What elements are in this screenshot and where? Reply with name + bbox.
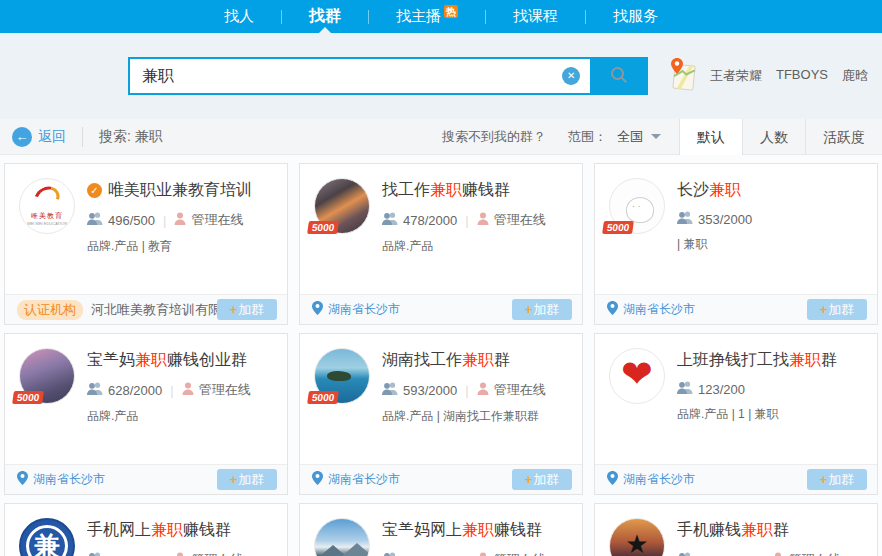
back-button[interactable]: ← 返回 bbox=[12, 127, 66, 147]
group-location[interactable]: 湖南省长沙市 bbox=[607, 471, 695, 489]
group-title[interactable]: 湖南找工作兼职群 bbox=[382, 350, 510, 371]
group-title-part: 手机赚钱 bbox=[677, 521, 741, 538]
location-label: 湖南省长沙市 bbox=[33, 471, 105, 488]
nav-tab[interactable]: 找服务 bbox=[586, 0, 685, 33]
group-tags: 品牌.产品 bbox=[382, 238, 546, 255]
sort-tabs: 默认人数活跃度 bbox=[679, 119, 882, 154]
search-summary: 搜索: 兼职 bbox=[99, 128, 163, 146]
location-label: 湖南省长沙市 bbox=[623, 301, 695, 318]
group-avatar-image bbox=[609, 518, 665, 556]
clear-search-icon[interactable]: ✕ bbox=[562, 67, 580, 85]
group-location[interactable]: 湖南省长沙市 bbox=[607, 301, 695, 319]
group-card: 兼 手机网上兼职赚钱群 bbox=[4, 503, 288, 556]
group-tags: 品牌.产品 | 1 | 兼职 bbox=[677, 406, 837, 423]
group-avatar[interactable]: 5000 bbox=[19, 348, 75, 404]
group-card: 5000 找工作兼职赚钱群 478/20 bbox=[299, 163, 583, 325]
member-count: 593/2000 bbox=[403, 383, 457, 398]
sort-tab[interactable]: 默认 bbox=[679, 119, 742, 155]
group-title-part: 长沙 bbox=[677, 181, 709, 198]
group-title-part: 兼职 bbox=[430, 181, 462, 198]
member-count: 353/2000 bbox=[698, 212, 752, 227]
group-avatar[interactable]: 兼 bbox=[19, 518, 75, 556]
group-card: 5000 长沙兼职 353/2000 bbox=[594, 163, 878, 325]
nav-tab[interactable]: 找群 bbox=[282, 0, 368, 33]
cant-find-group-link[interactable]: 搜索不到我的群？ bbox=[442, 128, 546, 146]
join-group-button[interactable]: +加群 bbox=[512, 469, 572, 490]
group-tags: 品牌.产品 bbox=[87, 408, 251, 425]
admin-online-icon bbox=[477, 212, 494, 228]
group-avatar[interactable] bbox=[314, 518, 370, 556]
group-avatar[interactable]: 5000 bbox=[609, 178, 665, 234]
join-label: 加群 bbox=[828, 472, 854, 487]
cert-org-badge: 认证机构 bbox=[17, 300, 83, 320]
group-card: 宝⺷妈网上兼职赚钱群 205/2000 | bbox=[299, 503, 583, 556]
search-button[interactable] bbox=[590, 57, 648, 95]
group-location[interactable]: 湖南省长沙市 bbox=[312, 301, 400, 319]
location-label: 湖南省长沙市 bbox=[328, 301, 400, 318]
member-count: 123/200 bbox=[698, 382, 745, 397]
search-header: ✕ 王者荣耀TFBOYS鹿晗 bbox=[0, 33, 882, 119]
group-title[interactable]: 宝⺷妈网上兼职赚钱群 bbox=[382, 520, 542, 541]
join-group-button[interactable]: +加群 bbox=[807, 299, 867, 320]
toolbar-divider bbox=[82, 127, 83, 147]
hot-search-word[interactable]: TFBOYS bbox=[776, 67, 828, 85]
group-avatar[interactable]: 唯美教育WEI MEI EDUCATION bbox=[19, 178, 75, 234]
nav-tab[interactable]: 找人 bbox=[197, 0, 281, 33]
scope-dropdown[interactable]: 全国 bbox=[617, 128, 661, 146]
admin-online-label: 管理在线 bbox=[191, 211, 243, 229]
group-tags: | 兼职 bbox=[677, 236, 752, 253]
hot-search-word[interactable]: 鹿晗 bbox=[842, 67, 868, 85]
join-group-button[interactable]: +加群 bbox=[217, 299, 277, 320]
join-label: 加群 bbox=[238, 472, 264, 487]
group-title-part: 兼职 bbox=[462, 521, 494, 538]
group-title[interactable]: 宝⺷妈兼职赚钱创业群 bbox=[87, 350, 247, 371]
group-avatar[interactable]: 5000 bbox=[314, 178, 370, 234]
group-title[interactable]: 长沙兼职 bbox=[677, 180, 741, 201]
group-location[interactable]: 湖南省长沙市 bbox=[312, 471, 400, 489]
admin-online-icon bbox=[772, 552, 789, 556]
group-card: 上班挣钱打工找兼职群 123/200 | bbox=[594, 333, 878, 495]
group-title[interactable]: 找工作兼职赚钱群 bbox=[382, 180, 510, 201]
group-title-part: 兼职 bbox=[135, 351, 167, 368]
sort-tab[interactable]: 活跃度 bbox=[805, 119, 882, 155]
group-title-part: 上班挣钱打工找 bbox=[677, 351, 789, 368]
hot-search-words: 王者荣耀TFBOYS鹿晗 bbox=[710, 67, 882, 85]
group-title-part: 唯美职业兼教育培训 bbox=[108, 181, 252, 198]
group-avatar[interactable] bbox=[609, 518, 665, 556]
nav-tab[interactable]: 找课程 bbox=[486, 0, 585, 33]
search-input[interactable] bbox=[128, 57, 590, 95]
member-count: 478/2000 bbox=[403, 213, 457, 228]
group-title-part: 兼职 bbox=[709, 181, 741, 198]
group-title[interactable]: 唯美职业兼教育培训 bbox=[108, 180, 252, 201]
group-avatar[interactable]: 5000 bbox=[314, 348, 370, 404]
plus-icon: + bbox=[820, 302, 828, 317]
admin-online-icon bbox=[182, 382, 199, 398]
join-group-button[interactable]: +加群 bbox=[807, 469, 867, 490]
nav-tab-label: 找群 bbox=[309, 6, 341, 27]
member-count: 628/2000 bbox=[108, 383, 162, 398]
map-location-icon[interactable] bbox=[668, 57, 696, 95]
hot-search-word[interactable]: 王者荣耀 bbox=[710, 67, 762, 85]
magnifier-icon bbox=[609, 65, 629, 88]
join-group-button[interactable]: +加群 bbox=[217, 469, 277, 490]
location-pin-icon bbox=[312, 471, 328, 489]
group-title[interactable]: 上班挣钱打工找兼职群 bbox=[677, 350, 837, 371]
join-group-button[interactable]: +加群 bbox=[512, 299, 572, 320]
group-title[interactable]: 手机网上兼职赚钱群 bbox=[87, 520, 231, 541]
members-icon bbox=[382, 212, 403, 228]
card-footer: 认证机构 河北唯美教育培训有限公司 +加群 bbox=[5, 294, 287, 324]
member-count: 496/500 bbox=[108, 213, 155, 228]
sort-tab[interactable]: 人数 bbox=[742, 119, 805, 155]
group-title[interactable]: 手机赚钱兼职群 bbox=[677, 520, 789, 541]
hot-badge: 热 bbox=[444, 5, 458, 18]
meta-divider: | bbox=[465, 213, 468, 228]
meta-divider: | bbox=[760, 553, 763, 556]
admin-online-icon bbox=[477, 552, 494, 556]
group-location[interactable]: 湖南省长沙市 bbox=[17, 471, 105, 489]
group-title-part: 兼职 bbox=[789, 351, 821, 368]
card-footer: 湖南省长沙市 +加群 bbox=[595, 294, 877, 324]
plus-icon: + bbox=[230, 472, 238, 487]
group-title-part: 群 bbox=[821, 351, 837, 368]
group-avatar[interactable] bbox=[609, 348, 665, 404]
nav-tab[interactable]: 找主播 热 bbox=[369, 0, 485, 33]
